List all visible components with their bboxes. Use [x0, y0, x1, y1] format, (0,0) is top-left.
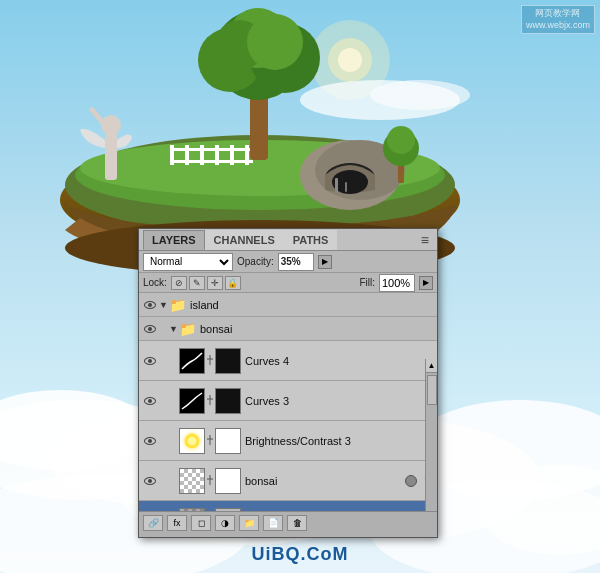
layers-scrollbar[interactable]: ▲ ▼ [425, 359, 437, 511]
layer-row-island-group[interactable]: ▼ 📁 island [139, 293, 437, 317]
svg-rect-45 [345, 182, 347, 192]
panel-tabs: LAYERS CHANNELS PATHS ≡ [139, 229, 437, 251]
lock-icons: ⊘ ✎ ✛ 🔒 [171, 276, 241, 290]
eye-island[interactable] [141, 296, 159, 314]
shadow-thumbs [179, 508, 241, 512]
layer-row-bonsai[interactable]: bonsai ▼ [139, 461, 437, 501]
bonsai-thumbs [179, 468, 241, 494]
brightness3-name: Brightness/Contrast 3 [241, 435, 435, 447]
bonsai-badge [403, 473, 419, 489]
lock-all-btn[interactable]: 🔒 [225, 276, 241, 290]
tab-layers[interactable]: LAYERS [143, 230, 205, 250]
eye-brightness3[interactable] [141, 432, 159, 450]
brightness3-mask-thumb [215, 428, 241, 454]
curves4-mask-thumb [215, 348, 241, 374]
brightness3-thumbs [179, 428, 241, 454]
link-curves4 [207, 355, 213, 367]
curves3-name: Curves 3 [241, 395, 435, 407]
curves3-thumbs [179, 388, 241, 414]
new-layer-btn[interactable]: 📄 [263, 515, 283, 531]
curves3-mask-thumb [215, 388, 241, 414]
layers-panel: LAYERS CHANNELS PATHS ≡ Normal Multiply … [138, 228, 438, 538]
link-bonsai [207, 475, 213, 487]
link-brightness3 [207, 435, 213, 447]
watermark-top: 网页教学网 www.webjx.com [521, 5, 595, 34]
folder-bonsai-icon: 📁 [179, 321, 196, 337]
fill-box: 100% [379, 274, 415, 292]
svg-point-24 [247, 14, 303, 70]
fx-btn[interactable]: fx [167, 515, 187, 531]
group-btn[interactable]: 📁 [239, 515, 259, 531]
opacity-arrow[interactable]: ▶ [318, 255, 332, 269]
curves4-name: Curves 4 [241, 355, 435, 367]
scrollbar-thumb[interactable] [427, 375, 437, 405]
panel-menu-icon[interactable]: ≡ [417, 232, 433, 248]
fill-value: 100% [382, 277, 410, 289]
bonsai-mask-thumb [215, 468, 241, 494]
panel-bottom-toolbar: 🔗 fx ◻ ◑ 📁 📄 🗑 [139, 511, 437, 533]
layer-row-bonsai-group[interactable]: ▼ 📁 bonsai [139, 317, 437, 341]
delete-btn[interactable]: 🗑 [287, 515, 307, 531]
svg-point-5 [370, 80, 470, 110]
mask-btn[interactable]: ◻ [191, 515, 211, 531]
layer-row-curves3[interactable]: Curves 3 [139, 381, 437, 421]
adj-btn[interactable]: ◑ [215, 515, 235, 531]
svg-point-33 [387, 126, 415, 154]
fill-arrow[interactable]: ▶ [419, 276, 433, 290]
layers-list: ▼ 📁 island ▼ 📁 bonsai [139, 293, 437, 511]
opacity-box: 35% [278, 253, 314, 271]
tab-paths[interactable]: PATHS [284, 230, 338, 250]
sun-brightness-icon [185, 434, 199, 448]
shadow-mask-thumb [215, 508, 241, 512]
bonsai-group-name: bonsai [196, 323, 435, 335]
folder-island-icon: 📁 [169, 297, 186, 313]
collapse-island[interactable]: ▼ [159, 300, 169, 310]
layer-row-brightness3[interactable]: Brightness/Contrast 3 [139, 421, 437, 461]
lock-move-btn[interactable]: ✛ [207, 276, 223, 290]
link-btn[interactable]: 🔗 [143, 515, 163, 531]
lock-row: Lock: ⊘ ✎ ✛ 🔒 Fill: 100% ▶ [139, 273, 437, 293]
watermark-bottom: UiBQ.CoM [252, 544, 349, 565]
svg-point-3 [338, 48, 362, 72]
tab-channels[interactable]: CHANNELS [205, 230, 284, 250]
lock-pixels-btn[interactable]: ✎ [189, 276, 205, 290]
svg-rect-44 [335, 178, 338, 193]
svg-rect-17 [170, 160, 253, 163]
curves3-adj-thumb [179, 388, 205, 414]
fill-label: Fill: [359, 277, 375, 288]
link-curves3 [207, 395, 213, 407]
bonsai-layer-name: bonsai [241, 475, 403, 487]
svg-rect-29 [105, 130, 117, 180]
shadow-layer-thumb [179, 508, 205, 512]
curves4-adj-thumb [179, 348, 205, 374]
layer-row-shadow[interactable]: shadow ▼ [139, 501, 437, 511]
blend-mode-row: Normal Multiply Screen Opacity: 35% ▶ [139, 251, 437, 273]
brightness3-adj-thumb [179, 428, 205, 454]
layer-row-curves4[interactable]: Curves 4 [139, 341, 437, 381]
eye-curves4[interactable] [141, 352, 159, 370]
scrollbar-up-btn[interactable]: ▲ [426, 359, 438, 373]
lock-transparent-btn[interactable]: ⊘ [171, 276, 187, 290]
opacity-value: 35% [281, 256, 301, 267]
curves4-thumbs [179, 348, 241, 374]
lock-label: Lock: [143, 277, 167, 288]
blend-mode-select[interactable]: Normal Multiply Screen [143, 253, 233, 271]
eye-bonsai-group[interactable] [141, 320, 159, 338]
svg-rect-16 [170, 148, 253, 151]
island-group-name: island [186, 299, 435, 311]
eye-curves3[interactable] [141, 392, 159, 410]
collapse-bonsai[interactable]: ▼ [169, 324, 179, 334]
bonsai-layer-thumb [179, 468, 205, 494]
opacity-label: Opacity: [237, 256, 274, 267]
eye-bonsai[interactable] [141, 472, 159, 490]
